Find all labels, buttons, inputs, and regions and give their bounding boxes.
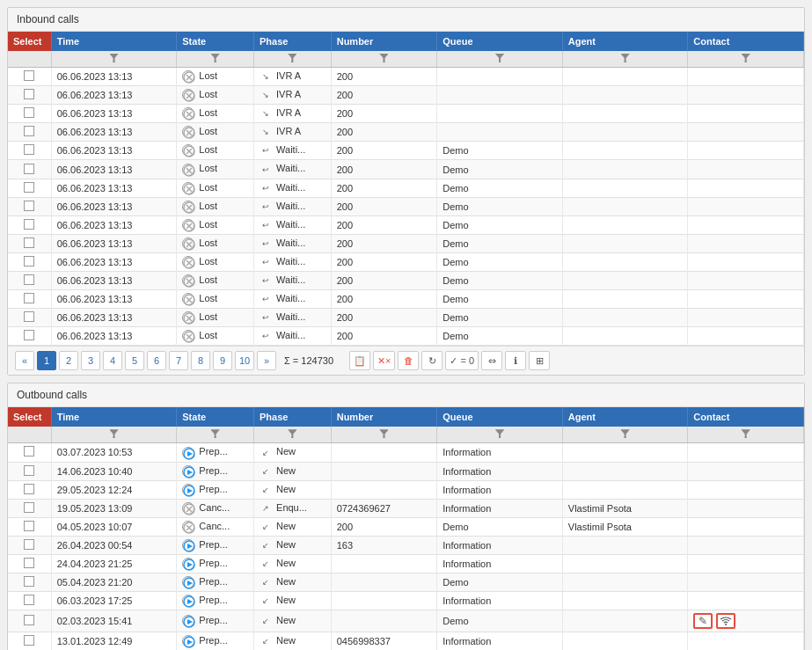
edit-button[interactable]: ✎: [693, 613, 713, 629]
outbound-filter-number[interactable]: [331, 427, 437, 443]
row-checkbox[interactable]: [24, 182, 34, 193]
outbound-filter-contact[interactable]: [688, 427, 804, 443]
row-agent: [562, 309, 688, 327]
inbound-filter-number[interactable]: [331, 51, 437, 68]
inbound-col-agent[interactable]: Agent: [562, 32, 688, 51]
row-checkbox[interactable]: [24, 70, 34, 81]
row-agent: [562, 536, 688, 554]
page-last[interactable]: »: [257, 351, 276, 370]
row-checkbox[interactable]: [24, 576, 34, 587]
outbound-col-phase[interactable]: Phase: [253, 407, 331, 427]
row-checkbox[interactable]: [24, 274, 34, 285]
inbound-title: Inbound calls: [8, 8, 804, 32]
row-checkbox[interactable]: [24, 484, 34, 494]
out-filter-number-icon: [379, 429, 388, 438]
row-checkbox[interactable]: [24, 89, 34, 99]
row-checkbox[interactable]: [24, 311, 34, 322]
inbound-col-phase[interactable]: Phase: [253, 32, 331, 51]
row-checkbox-cell: [8, 234, 51, 252]
page-1[interactable]: 1: [37, 351, 56, 370]
row-time: 06.06.2023 13:13: [51, 123, 177, 142]
page-4[interactable]: 4: [103, 351, 122, 370]
row-checkbox[interactable]: [24, 107, 34, 118]
row-checkbox[interactable]: [24, 595, 34, 605]
row-state: Lost: [177, 215, 254, 234]
inbound-col-number[interactable]: Number: [331, 32, 437, 51]
outbound-col-contact[interactable]: Contact: [688, 407, 804, 427]
row-number: [331, 610, 437, 632]
phase-text: Waiti...: [276, 201, 305, 211]
grid-button[interactable]: ⊞: [529, 351, 550, 370]
row-queue: Information: [437, 462, 563, 480]
row-checkbox[interactable]: [24, 237, 34, 248]
clear-filter-button[interactable]: ✕×: [373, 351, 395, 370]
wifi-button[interactable]: [716, 613, 735, 629]
inbound-filter-state[interactable]: [177, 51, 254, 68]
row-checkbox[interactable]: [24, 539, 34, 550]
outbound-col-time[interactable]: Time: [51, 407, 177, 427]
inbound-col-queue[interactable]: Queue: [437, 32, 563, 51]
outbound-filter-phase[interactable]: [253, 427, 331, 443]
row-contact: [688, 517, 804, 536]
columns-button[interactable]: ⇔: [481, 351, 502, 370]
page-9[interactable]: 9: [213, 351, 232, 370]
row-checkbox[interactable]: [24, 201, 34, 211]
row-checkbox[interactable]: [24, 293, 34, 303]
svg-marker-68: [187, 639, 193, 645]
row-checkbox[interactable]: [24, 615, 34, 625]
table-row: 24.04.2023 21:25 Prep... ↙ New Informati…: [8, 554, 804, 573]
page-7[interactable]: 7: [169, 351, 188, 370]
row-checkbox[interactable]: [24, 521, 34, 531]
refresh-button[interactable]: ↻: [421, 351, 443, 370]
outbound-col-number[interactable]: Number: [331, 407, 437, 427]
inbound-col-contact[interactable]: Contact: [688, 32, 804, 51]
inbound-filter-agent[interactable]: [562, 51, 688, 68]
copy-button[interactable]: 📋: [349, 351, 370, 370]
row-checkbox[interactable]: [24, 502, 34, 513]
row-contact: [688, 443, 804, 462]
inbound-filter-contact[interactable]: [688, 51, 804, 68]
outbound-filter-time[interactable]: [51, 427, 177, 443]
row-checkbox[interactable]: [24, 330, 34, 340]
row-queue: Information: [437, 443, 563, 462]
outbound-filter-queue[interactable]: [437, 427, 563, 443]
row-phase: ↙ New: [253, 443, 331, 462]
page-first[interactable]: «: [15, 351, 34, 370]
row-phase: ↩ Waiti...: [253, 160, 331, 179]
row-checkbox[interactable]: [24, 126, 34, 136]
delete-button[interactable]: 🗑: [398, 351, 419, 370]
row-phase: ↙ New: [253, 480, 331, 499]
outbound-col-agent[interactable]: Agent: [562, 407, 688, 427]
page-2[interactable]: 2: [59, 351, 78, 370]
row-agent: [562, 123, 688, 142]
page-6[interactable]: 6: [147, 351, 166, 370]
page-10[interactable]: 10: [235, 351, 254, 370]
row-checkbox[interactable]: [24, 635, 34, 646]
row-checkbox[interactable]: [24, 164, 34, 174]
zero-button[interactable]: ✓ = 0: [445, 351, 479, 370]
outbound-col-state[interactable]: State: [177, 407, 254, 427]
outbound-col-queue[interactable]: Queue: [437, 407, 563, 427]
inbound-filter-time[interactable]: [51, 51, 177, 68]
inbound-col-time[interactable]: Time: [51, 32, 177, 51]
table-row: 06.06.2023 13:13 Lost ↩ Waiti... 200 Dem…: [8, 309, 804, 327]
row-checkbox[interactable]: [24, 219, 34, 230]
outbound-filter-state[interactable]: [177, 427, 254, 443]
row-checkbox[interactable]: [24, 256, 34, 267]
inbound-filter-queue[interactable]: [437, 51, 563, 68]
row-checkbox[interactable]: [24, 465, 34, 476]
page-8[interactable]: 8: [191, 351, 210, 370]
row-checkbox[interactable]: [24, 446, 34, 456]
inbound-col-state[interactable]: State: [177, 32, 254, 51]
row-time: 13.01.2023 12:49: [51, 632, 177, 650]
table-row: 19.05.2023 13:09 Canc... ↗ Enqu... 07243…: [8, 499, 804, 517]
state-text: Canc...: [199, 502, 230, 513]
row-checkbox-cell: [8, 327, 51, 346]
page-5[interactable]: 5: [125, 351, 144, 370]
outbound-filter-agent[interactable]: [562, 427, 688, 443]
page-3[interactable]: 3: [81, 351, 100, 370]
row-checkbox[interactable]: [24, 558, 34, 568]
info-button[interactable]: ℹ: [505, 351, 526, 370]
inbound-filter-phase[interactable]: [253, 51, 331, 68]
row-checkbox[interactable]: [24, 144, 34, 155]
